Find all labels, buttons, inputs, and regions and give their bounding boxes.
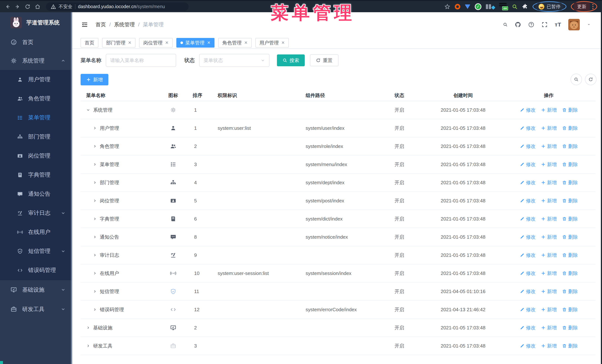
add-child-link[interactable]: 新增: [541, 161, 557, 168]
expand-row-icon[interactable]: [86, 325, 91, 330]
user-avatar[interactable]: [568, 19, 580, 30]
sidebar-item[interactable]: 角色管理: [0, 89, 72, 108]
expand-row-icon[interactable]: [86, 344, 91, 348]
delete-link[interactable]: 删除: [562, 252, 578, 259]
close-tab-icon[interactable]: ✕: [244, 41, 247, 45]
extension-check-icon[interactable]: ✓: [475, 3, 481, 10]
add-child-link[interactable]: 新增: [541, 324, 557, 331]
search-button[interactable]: 搜索: [277, 54, 305, 66]
address-bar[interactable]: 不安全 dashboard.yudao.iocoder.cn/system/me…: [46, 2, 189, 11]
sidebar-scrollbar[interactable]: [71, 12, 72, 364]
status-select[interactable]: 菜单状态: [199, 54, 269, 67]
delete-link[interactable]: 删除: [562, 143, 578, 150]
add-child-link[interactable]: 新增: [541, 288, 557, 295]
browser-reload-icon[interactable]: [23, 2, 32, 11]
delete-link[interactable]: 删除: [562, 324, 578, 331]
expand-row-icon[interactable]: [93, 144, 97, 148]
edit-link[interactable]: 修改: [520, 107, 536, 113]
collapse-sidebar-icon[interactable]: [81, 21, 88, 28]
extension-on-badge-icon[interactable]: on: [499, 3, 507, 10]
help-icon[interactable]: [528, 21, 534, 28]
sidebar-item[interactable]: 基础设施: [0, 280, 72, 299]
edit-link[interactable]: 修改: [520, 161, 536, 168]
breadcrumb-system[interactable]: 系统管理: [114, 21, 135, 28]
expand-row-icon[interactable]: [93, 271, 97, 275]
app-logo[interactable]: 芋道管理系统: [0, 12, 72, 33]
add-child-link[interactable]: 新增: [541, 343, 557, 349]
delete-link[interactable]: 删除: [562, 179, 578, 186]
delete-link[interactable]: 删除: [562, 107, 578, 113]
expand-row-icon[interactable]: [93, 307, 97, 312]
close-tab-icon[interactable]: ✕: [207, 41, 210, 45]
sidebar-item[interactable]: 菜单管理: [0, 108, 72, 127]
expand-row-icon[interactable]: [93, 253, 97, 257]
expand-row-icon[interactable]: [93, 162, 97, 167]
browser-menu-icon[interactable]: [592, 4, 594, 9]
edit-link[interactable]: 修改: [520, 143, 536, 150]
edit-link[interactable]: 修改: [520, 125, 536, 131]
sidebar-item[interactable]: 短信管理: [0, 242, 72, 261]
delete-link[interactable]: 删除: [562, 198, 578, 204]
expand-row-icon[interactable]: [86, 108, 91, 112]
github-icon[interactable]: [515, 21, 521, 28]
delete-link[interactable]: 删除: [562, 234, 578, 240]
browser-back-icon[interactable]: [3, 2, 12, 11]
add-child-link[interactable]: 新增: [541, 198, 557, 204]
extensions-puzzle-icon[interactable]: [522, 4, 528, 10]
expand-row-icon[interactable]: [93, 289, 97, 294]
refresh-table-button[interactable]: [585, 74, 596, 85]
edit-link[interactable]: 修改: [520, 252, 536, 259]
sidebar-item[interactable]: 审计日志: [0, 203, 72, 223]
toggle-search-button[interactable]: [570, 74, 582, 85]
sidebar-item[interactable]: 首页: [0, 33, 72, 52]
extension-orange-icon[interactable]: [455, 4, 460, 10]
page-tab[interactable]: 部门管理 ✕: [102, 38, 135, 48]
extension-gem-icon[interactable]: [465, 4, 470, 9]
add-child-link[interactable]: 新增: [541, 125, 557, 131]
reset-button[interactable]: 重置: [310, 54, 338, 66]
expand-row-icon[interactable]: [93, 126, 97, 130]
add-child-link[interactable]: 新增: [541, 143, 557, 150]
expand-row-icon[interactable]: [93, 180, 97, 185]
bookmark-star-icon[interactable]: [444, 4, 450, 10]
search-icon[interactable]: [503, 22, 508, 27]
extension-magnifier-icon[interactable]: [512, 4, 518, 10]
page-tab[interactable]: 岗位管理 ✕: [139, 38, 172, 48]
close-tab-icon[interactable]: ✕: [128, 41, 131, 45]
font-size-icon[interactable]: ᴛT: [555, 21, 561, 28]
add-child-link[interactable]: 新增: [541, 252, 557, 259]
page-tab[interactable]: 菜单管理 ✕: [176, 38, 215, 48]
edit-link[interactable]: 修改: [520, 234, 536, 240]
delete-link[interactable]: 删除: [562, 306, 578, 313]
edit-link[interactable]: 修改: [520, 343, 536, 349]
sidebar-item[interactable]: 在线用户: [0, 223, 72, 242]
add-child-link[interactable]: 新增: [541, 179, 557, 186]
sidebar-item[interactable]: 字典管理: [0, 165, 72, 184]
close-tab-icon[interactable]: ✕: [281, 41, 285, 45]
page-tab[interactable]: 角色管理 ✕: [218, 38, 252, 48]
add-button[interactable]: 新增: [81, 74, 108, 85]
chevron-down-icon[interactable]: [587, 23, 591, 27]
expand-row-icon[interactable]: [93, 217, 97, 221]
extension-duo-icon[interactable]: [486, 4, 495, 9]
delete-link[interactable]: 删除: [562, 343, 578, 349]
sidebar-item[interactable]: 系统管理: [0, 52, 72, 70]
add-child-link[interactable]: 新增: [541, 107, 557, 113]
breadcrumb-home[interactable]: 首页: [96, 21, 106, 28]
delete-link[interactable]: 删除: [562, 161, 578, 168]
add-child-link[interactable]: 新增: [541, 234, 557, 240]
edit-link[interactable]: 修改: [520, 179, 536, 186]
add-child-link[interactable]: 新增: [541, 216, 557, 222]
add-child-link[interactable]: 新增: [541, 306, 557, 313]
edit-link[interactable]: 修改: [520, 216, 536, 222]
browser-update-button[interactable]: 更新: [574, 2, 590, 11]
extension-paused-badge[interactable]: 已暂停: [536, 3, 563, 10]
sidebar-item[interactable]: 错误码管理: [0, 261, 72, 280]
delete-link[interactable]: 删除: [562, 216, 578, 222]
menu-name-input[interactable]: [106, 54, 176, 67]
sidebar-item[interactable]: 研发工具: [0, 299, 72, 319]
browser-home-icon[interactable]: [33, 2, 42, 11]
fullscreen-icon[interactable]: [541, 21, 548, 28]
edit-link[interactable]: 修改: [520, 324, 536, 331]
sidebar-item[interactable]: 岗位管理: [0, 146, 72, 165]
